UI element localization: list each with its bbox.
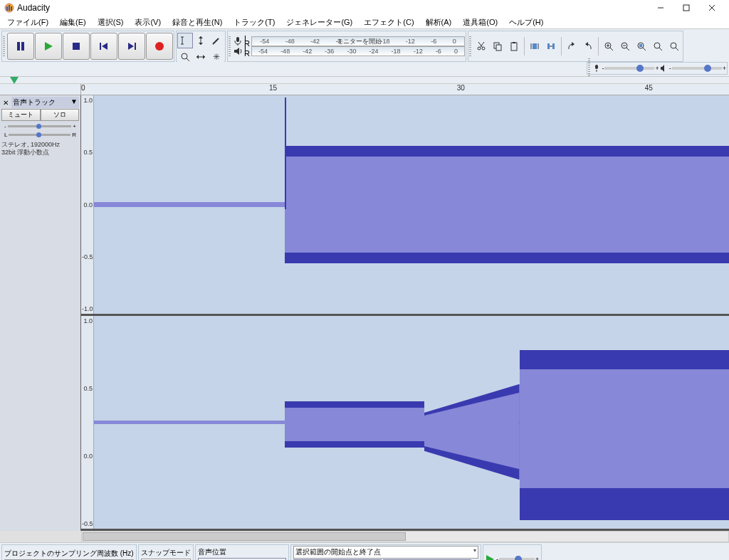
- undo-button[interactable]: [564, 38, 579, 54]
- multi-tool[interactable]: ✳: [209, 49, 224, 65]
- menu-select[interactable]: 選択(S): [92, 16, 130, 28]
- track-close-button[interactable]: ✕: [1, 98, 10, 107]
- silence-button[interactable]: [543, 38, 559, 54]
- draw-tool[interactable]: [209, 33, 224, 48]
- record-volume-slider[interactable]: [604, 67, 654, 70]
- timeline-tick: 0: [81, 84, 85, 92]
- menu-file[interactable]: ファイル(F): [1, 16, 54, 28]
- selection-mode-select[interactable]: 選択範囲の開始点と終了点: [293, 546, 478, 559]
- meter-tick: 0: [454, 48, 458, 55]
- svg-rect-63: [595, 65, 598, 69]
- close-button[interactable]: [699, 0, 725, 16]
- timeline-ruler[interactable]: 0 15 30 45: [0, 84, 729, 95]
- track-name-label: 音声トラック: [13, 97, 56, 107]
- redo-button[interactable]: [580, 38, 596, 54]
- playhead-bar: [0, 77, 729, 84]
- waveforms: 1.0 0.5 0.0 -0.5 -1.0 1.0 0.5: [81, 95, 729, 531]
- cut-button[interactable]: [473, 38, 489, 54]
- horizontal-scrollbar[interactable]: [0, 531, 729, 542]
- record-button[interactable]: [146, 33, 173, 60]
- track-name-dropdown[interactable]: 音声トラック▼: [11, 97, 79, 108]
- pause-button[interactable]: [7, 33, 34, 60]
- meter-tick: -48: [280, 48, 290, 55]
- svg-rect-8: [17, 42, 20, 51]
- svg-marker-32: [234, 48, 239, 55]
- svg-marker-10: [45, 42, 53, 51]
- zoom-toggle-button[interactable]: [666, 38, 682, 54]
- svg-line-55: [626, 48, 629, 51]
- position-group: 音声位置 00時間00分00.000秒: [195, 544, 289, 560]
- skip-start-button[interactable]: [90, 33, 117, 60]
- snap-label: スナップモード: [141, 548, 191, 558]
- waveform-right[interactable]: 1.0 0.5 0.0 -0.5: [81, 316, 729, 531]
- amplitude-ruler: 1.0 0.5 0.0 -0.5 -1.0: [81, 95, 94, 314]
- envelope-tool[interactable]: [193, 33, 209, 48]
- playhead-icon[interactable]: [10, 77, 19, 84]
- menu-view[interactable]: 表示(V): [129, 16, 167, 28]
- zoom-out-button[interactable]: [617, 38, 633, 54]
- menu-edit[interactable]: 編集(E): [54, 16, 92, 28]
- transport-toolbar: [1, 31, 174, 62]
- play-vol-plus: +: [723, 65, 726, 72]
- menu-effect[interactable]: エフェクト(C): [358, 16, 419, 28]
- gain-minus: -: [4, 123, 6, 130]
- selection-group: 選択範囲の開始点と終了点 00時間00分00.000秒 00時間01分22.28…: [290, 544, 481, 560]
- svg-point-59: [654, 43, 660, 48]
- mic-icon[interactable]: [233, 36, 243, 46]
- play-button[interactable]: [35, 33, 62, 60]
- svg-rect-30: [236, 37, 239, 42]
- svg-marker-13: [102, 43, 107, 50]
- play-meter-bar[interactable]: -54 -48 -42 -36 -30 -24 -18 -12 -6 0: [251, 46, 465, 56]
- minimize-button[interactable]: [648, 0, 673, 16]
- rec-vol-plus: +: [655, 65, 659, 72]
- svg-point-61: [671, 43, 676, 48]
- speed-minus: -: [496, 556, 498, 560]
- play-volume-slider[interactable]: [672, 67, 722, 70]
- zoom-tool[interactable]: [177, 49, 193, 65]
- copy-button[interactable]: [490, 38, 505, 54]
- trim-button[interactable]: [527, 38, 542, 54]
- stop-button[interactable]: [63, 33, 90, 60]
- svg-line-62: [676, 48, 678, 51]
- pan-slider[interactable]: L R: [4, 132, 76, 138]
- amp-label: 0.0: [82, 201, 93, 208]
- svg-marker-22: [199, 43, 203, 45]
- zoom-in-button[interactable]: [601, 38, 617, 54]
- menu-generate[interactable]: ジェネレーター(G): [280, 16, 358, 28]
- meter-tick: 0: [453, 38, 456, 45]
- timeshift-tool[interactable]: [193, 49, 209, 65]
- svg-marker-27: [196, 55, 199, 59]
- menu-help[interactable]: ヘルプ(H): [503, 16, 549, 28]
- solo-button[interactable]: ソロ: [41, 109, 80, 121]
- zoom-sel-button[interactable]: [634, 38, 649, 54]
- speaker-icon: [660, 64, 668, 73]
- meter-tick: -12: [406, 38, 415, 45]
- rec-vol-minus: -: [602, 65, 604, 72]
- speaker-icon[interactable]: [233, 46, 243, 56]
- amp-label: 0.5: [82, 385, 93, 392]
- amp-label: -0.5: [82, 253, 93, 260]
- gain-slider[interactable]: - +: [4, 123, 76, 130]
- svg-rect-2: [9, 5, 10, 11]
- selection-tool[interactable]: [177, 33, 193, 48]
- play-vol-minus: -: [669, 65, 671, 72]
- pan-right: R: [72, 132, 76, 138]
- skip-end-button[interactable]: [118, 33, 145, 60]
- track-control-panel[interactable]: ✕ 音声トラック▼ ミュート ソロ - + L R ステレオ, 192000Hz…: [0, 95, 81, 531]
- mute-button[interactable]: ミュート: [1, 109, 41, 121]
- meter-tick: -42: [303, 48, 312, 55]
- svg-line-23: [213, 38, 219, 44]
- play-at-speed-group: - +: [483, 544, 542, 560]
- waveform-left[interactable]: 1.0 0.5 0.0 -0.5 -1.0: [81, 95, 729, 316]
- record-meter-bar[interactable]: -54 -48 -42 -3 モニターを開始 14 -18 -12 -6 0: [251, 36, 465, 46]
- menu-tracks[interactable]: トラック(T): [228, 16, 280, 28]
- svg-rect-38: [496, 45, 501, 51]
- menu-tools[interactable]: 道具箱(O): [457, 16, 503, 28]
- zoom-fit-button[interactable]: [650, 38, 666, 54]
- paste-button[interactable]: [506, 38, 522, 54]
- maximize-button[interactable]: [673, 0, 699, 16]
- menu-analyze[interactable]: 解析(A): [420, 16, 458, 28]
- play-at-speed-button[interactable]: [486, 554, 495, 560]
- amplitude-ruler: 1.0 0.5 0.0 -0.5: [81, 316, 94, 529]
- menu-transport[interactable]: 録音と再生(N): [167, 16, 228, 28]
